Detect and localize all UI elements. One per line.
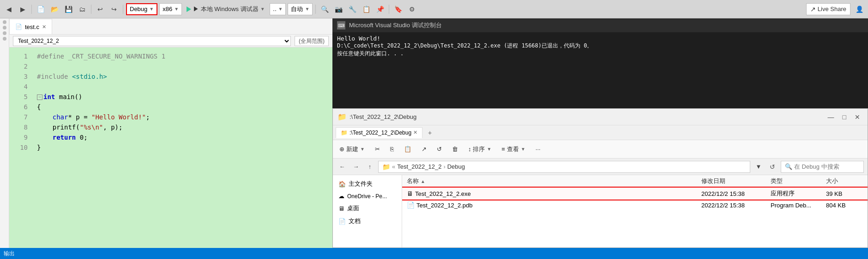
nav-back-btn[interactable]: ← (337, 161, 348, 172)
live-share-button[interactable]: ↗ Live Share (806, 3, 850, 15)
file-name-1: Test_2022_12_2.exe (415, 190, 471, 197)
nav-refresh-btn[interactable]: ↺ (767, 161, 778, 172)
explorer-window: 📁 :\Test_2022_12_2\Debug — □ ✕ 📁 :\Test_… (332, 108, 868, 248)
sidebar-desktop-label: 桌面 (347, 204, 359, 212)
table-row[interactable]: 🖥 Test_2022_12_2.exe 2022/12/2 15:38 应用程… (402, 188, 868, 200)
maximize-button[interactable]: □ (840, 112, 849, 122)
more-btn[interactable]: ··· (534, 145, 542, 153)
cut-btn[interactable]: ✂ (373, 145, 382, 153)
exe-file-icon: 🖥 (407, 190, 413, 197)
minimize-button[interactable]: — (825, 112, 837, 122)
tab-label: test.c (25, 24, 39, 30)
explorer-nav-bar: ← → ↑ 📁 « Test_2022_12_2 › Debug ▼ ↺ 🔍 (333, 159, 868, 175)
nav-up-btn[interactable]: ↑ (364, 161, 375, 172)
breadcrumb-folder-icon: 📁 (382, 163, 390, 171)
redo-btn[interactable]: ↪ (108, 3, 120, 15)
editor-subbar: Test_2022_12_2 (全局范围) (9, 35, 332, 47)
console-title: Microsoft Visual Studio 调试控制台 (349, 21, 442, 29)
live-share-label: Live Share (818, 6, 846, 12)
nav-select[interactable]: Test_2022_12_2 (13, 36, 291, 46)
file-name-cell-1: 🖥 Test_2022_12_2.exe (407, 190, 701, 197)
debug-dropdown[interactable]: Debug ▼ (126, 3, 157, 15)
bookmark-btn[interactable]: 🔖 (392, 3, 404, 15)
refresh-toolbar-btn[interactable]: ↺ (435, 145, 444, 153)
code-content[interactable]: #define _CRT_SECURE_NO_WARNINGS 1 #inclu… (32, 47, 332, 248)
sidebar-desktop[interactable]: 🖥 桌面 (337, 203, 398, 213)
close-button[interactable]: ✕ (852, 112, 863, 122)
sep4 (315, 5, 316, 14)
sep3 (123, 5, 123, 14)
save-btn[interactable]: 💾 (62, 3, 74, 15)
breadcrumb-debug[interactable]: Debug (447, 163, 465, 170)
fwd-btn[interactable]: ▶ (17, 3, 29, 15)
table-row[interactable]: 📄 Test_2022_12_2.pdb 2022/12/2 15:38 Pro… (402, 200, 868, 211)
back-btn[interactable]: ◀ (3, 3, 15, 15)
auto-dropdown[interactable]: 自动 ▼ (288, 3, 313, 15)
cut-icon: ✂ (375, 146, 380, 153)
debugger-dropdown[interactable]: ‥ ▼ (270, 3, 286, 15)
search-input[interactable] (794, 163, 859, 170)
main-area: 📄 test.c ✕ Test_2022_12_2 (全局范围) 1 2 3 4… (0, 18, 868, 248)
platform-dropdown[interactable]: x86 ▼ (159, 3, 182, 15)
explorer-title: :\Test_2022_12_2\Debug (350, 113, 822, 120)
sidebar-dot-2 (3, 26, 6, 29)
editor-pane: 📄 test.c ✕ Test_2022_12_2 (全局范围) 1 2 3 4… (9, 18, 332, 248)
onedrive-icon: ☁ (338, 193, 344, 200)
pdb-file-icon: 📄 (407, 201, 415, 209)
editor-tab-bar: 📄 test.c ✕ (9, 18, 332, 35)
debug-chevron: ▼ (149, 6, 154, 12)
documents-icon: 📄 (338, 218, 346, 225)
share-btn[interactable]: ↗ (420, 145, 428, 153)
play-icon (187, 6, 191, 12)
editor-tab-testc[interactable]: 📄 test.c ✕ (9, 19, 52, 34)
console-icon: ⌨ (337, 21, 345, 29)
sidebar-documents[interactable]: 📄 文档 (337, 216, 398, 226)
toolbar-right: ↗ Live Share 👤 (806, 3, 865, 15)
sidebar-home[interactable]: 🏠 主文件夹 (337, 179, 398, 189)
sort-btn[interactable]: ↕ 排序 ▼ (466, 144, 493, 154)
paste-btn[interactable]: 📌 (374, 3, 386, 15)
new-file-btn[interactable]: 📄 (35, 3, 47, 15)
nav-dropdown-btn[interactable]: ▼ (753, 161, 764, 172)
more-icon: ··· (536, 146, 541, 153)
sidebar-onedrive-label: OneDrive - Pe... (347, 193, 387, 200)
explorer-content: 🏠 主文件夹 ☁ OneDrive - Pe... 🖥 桌面 📄 文档 (333, 175, 868, 247)
new-tab-button[interactable]: + (424, 127, 435, 138)
sidebar-onedrive[interactable]: ☁ OneDrive - Pe... (337, 192, 398, 200)
search-box[interactable]: 🔍 (781, 161, 864, 173)
search-icon: 🔍 (785, 163, 792, 170)
explorer-tab-close[interactable]: ✕ (413, 130, 417, 135)
line-numbers: 1 2 3 4 5 6 7 8 9 10 (9, 47, 32, 248)
breadcrumb-project[interactable]: Test_2022_12_2 (397, 163, 441, 170)
table-header: 名称 ▲ 修改日期 类型 大小 (402, 175, 868, 188)
run-button[interactable]: ▶ 本地 Windows 调试器 ▼ (184, 4, 267, 14)
screenshot-btn[interactable]: 📷 (332, 3, 344, 15)
tab-close-icon[interactable]: ✕ (42, 24, 46, 30)
code-area[interactable]: 1 2 3 4 5 6 7 8 9 10 #define _CRT_SECURE… (9, 47, 332, 248)
file-date-1: 2022/12/2 15:38 (701, 190, 771, 197)
explorer-tab-folder-icon: 📁 (341, 130, 348, 136)
explorer-tab[interactable]: 📁 :\Test_2022_12_2\Debug ✕ (336, 127, 422, 138)
open-btn[interactable]: 📂 (48, 3, 60, 15)
col-type: 类型 (771, 177, 826, 185)
breadcrumb-bar[interactable]: 📁 « Test_2022_12_2 › Debug (378, 161, 750, 173)
tools-btn[interactable]: 🔧 (346, 3, 358, 15)
copy-btn[interactable]: 📋 (360, 3, 372, 15)
debug2-btn[interactable]: ⚙ (406, 3, 418, 15)
new-btn[interactable]: ⊕ 新建 ▼ (338, 144, 367, 154)
undo-btn[interactable]: ↩ (94, 3, 106, 15)
save-all-btn[interactable]: 🗂 (76, 3, 88, 15)
paste-toolbar-btn[interactable]: 📋 (402, 145, 413, 153)
refresh-icon: ↺ (437, 146, 442, 153)
explorer-titlebar: 📁 :\Test_2022_12_2\Debug — □ ✕ (333, 109, 868, 125)
nav-forward-btn[interactable]: → (350, 161, 362, 172)
copy-toolbar-btn[interactable]: ⎘ (388, 145, 396, 153)
explorer-tab-label: :\Test_2022_12_2\Debug (350, 130, 411, 136)
view-label: 查看 (507, 145, 519, 153)
sep1 (31, 5, 32, 14)
new-label: 新建 (346, 145, 358, 153)
delete-btn[interactable]: 🗑 (450, 145, 460, 153)
view-btn[interactable]: ≡ 查看 ▼ (500, 144, 527, 154)
search-icon-btn[interactable]: 🔍 (319, 3, 331, 15)
user-icon-btn[interactable]: 👤 (853, 3, 865, 15)
